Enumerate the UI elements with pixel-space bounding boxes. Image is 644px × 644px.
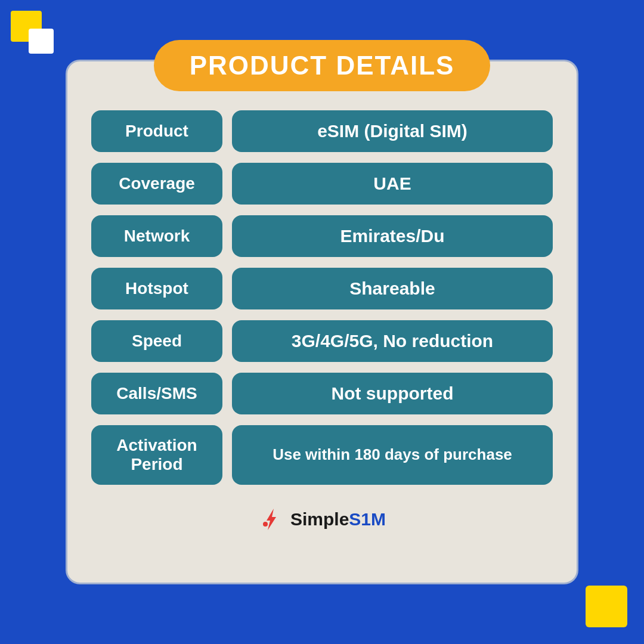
table-row: ProducteSIM (Digital SIM) xyxy=(91,110,553,152)
row-label: Product xyxy=(91,110,222,152)
footer: SimpleS1M xyxy=(258,506,386,532)
table-row: Calls/SMSNot supported xyxy=(91,373,553,414)
row-label: Network xyxy=(91,215,222,257)
row-label: Coverage xyxy=(91,163,222,205)
row-value: Emirates/Du xyxy=(232,215,553,257)
title-badge: PRODUCT DETAILS xyxy=(154,40,491,91)
table-row: NetworkEmirates/Du xyxy=(91,215,553,257)
table-row: CoverageUAE xyxy=(91,163,553,205)
row-value: UAE xyxy=(232,163,553,205)
table-row: Activation PeriodUse within 180 days of … xyxy=(91,425,553,485)
row-value: Use within 180 days of purchase xyxy=(232,425,553,485)
svg-point-1 xyxy=(263,522,268,527)
brand-icon xyxy=(258,506,284,532)
page-title: PRODUCT DETAILS xyxy=(190,51,455,80)
row-value: Not supported xyxy=(232,373,553,414)
product-details-card: PRODUCT DETAILS ProducteSIM (Digital SIM… xyxy=(66,60,578,584)
row-label: Calls/SMS xyxy=(91,373,222,414)
details-table: ProducteSIM (Digital SIM)CoverageUAENetw… xyxy=(91,110,553,485)
row-value: eSIM (Digital SIM) xyxy=(232,110,553,152)
deco-top-left xyxy=(11,11,54,54)
row-label: Speed xyxy=(91,320,222,362)
row-label: Activation Period xyxy=(91,425,222,485)
row-label: Hotspot xyxy=(91,268,222,309)
table-row: Speed3G/4G/5G, No reduction xyxy=(91,320,553,362)
brand-name: SimpleS1M xyxy=(290,509,386,530)
row-value: 3G/4G/5G, No reduction xyxy=(232,320,553,362)
deco-bottom-right xyxy=(586,586,627,627)
simplesim-logo-icon xyxy=(258,506,284,532)
row-value: Shareable xyxy=(232,268,553,309)
table-row: HotspotShareable xyxy=(91,268,553,309)
svg-marker-0 xyxy=(267,509,276,530)
